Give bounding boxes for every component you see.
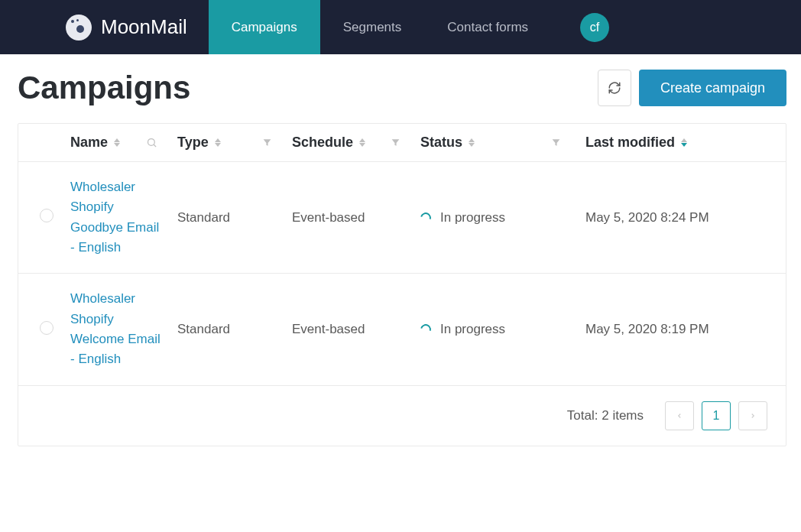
column-last-modified[interactable]: Last modified bbox=[575, 124, 786, 162]
cell-last-modified: May 5, 2020 8:19 PM bbox=[575, 274, 786, 385]
campaign-link[interactable]: Wholesaler Shopify Welcome Email - Engli… bbox=[70, 289, 162, 369]
cell-type: Standard bbox=[171, 162, 286, 274]
sort-schedule[interactable] bbox=[359, 138, 365, 147]
column-schedule-label: Schedule bbox=[292, 135, 353, 151]
pagination: 1 bbox=[665, 401, 767, 430]
avatar[interactable]: cf bbox=[580, 13, 609, 42]
search-icon[interactable] bbox=[146, 137, 157, 148]
spinner-icon bbox=[418, 210, 433, 225]
cell-status: In progress bbox=[414, 274, 575, 385]
sort-type[interactable] bbox=[215, 138, 221, 147]
status-text: In progress bbox=[440, 210, 505, 225]
column-type[interactable]: Type bbox=[171, 124, 286, 162]
total-count: Total: 2 items bbox=[567, 408, 644, 423]
spinner-icon bbox=[418, 323, 433, 337]
primary-nav: Campaigns Segments Contact forms bbox=[209, 0, 551, 54]
pager-next[interactable] bbox=[738, 401, 767, 430]
nav-segments[interactable]: Segments bbox=[320, 0, 425, 54]
column-schedule[interactable]: Schedule bbox=[286, 124, 414, 162]
table-footer: Total: 2 items 1 bbox=[18, 386, 786, 446]
campaigns-table: Name Type bbox=[18, 123, 786, 446]
column-status[interactable]: Status bbox=[414, 124, 575, 162]
refresh-icon bbox=[608, 81, 621, 95]
chevron-right-icon bbox=[749, 411, 757, 420]
status-text: In progress bbox=[440, 322, 505, 337]
row-checkbox[interactable] bbox=[40, 209, 54, 222]
cell-schedule: Event-based bbox=[286, 162, 414, 274]
row-checkbox[interactable] bbox=[40, 321, 54, 335]
column-select bbox=[18, 124, 64, 162]
column-name[interactable]: Name bbox=[64, 124, 171, 162]
column-name-label: Name bbox=[70, 135, 108, 151]
cell-schedule: Event-based bbox=[286, 274, 414, 385]
campaign-link[interactable]: Wholesaler Shopify Goodbye Email - Engli… bbox=[70, 177, 162, 258]
app-name: MoonMail bbox=[101, 15, 187, 39]
filter-icon[interactable] bbox=[262, 138, 272, 148]
logo-icon bbox=[66, 15, 92, 41]
column-last-modified-label: Last modified bbox=[585, 135, 675, 151]
svg-line-1 bbox=[154, 144, 156, 147]
table-row: Wholesaler Shopify Goodbye Email - Engli… bbox=[18, 162, 786, 274]
top-nav: MoonMail Campaigns Segments Contact form… bbox=[0, 0, 801, 54]
sort-status[interactable] bbox=[469, 138, 475, 147]
logo[interactable]: MoonMail bbox=[66, 15, 187, 41]
cell-status: In progress bbox=[414, 162, 575, 274]
page-title: Campaigns bbox=[18, 70, 190, 106]
sort-last-modified[interactable] bbox=[681, 138, 687, 147]
cell-last-modified: May 5, 2020 8:24 PM bbox=[575, 162, 786, 274]
pager-page-1[interactable]: 1 bbox=[702, 401, 731, 430]
nav-campaigns[interactable]: Campaigns bbox=[209, 0, 320, 54]
svg-point-0 bbox=[148, 139, 155, 146]
column-status-label: Status bbox=[420, 135, 462, 151]
create-campaign-button[interactable]: Create campaign bbox=[639, 70, 786, 106]
column-type-label: Type bbox=[177, 135, 209, 151]
chevron-left-icon bbox=[676, 411, 683, 420]
sort-name[interactable] bbox=[114, 138, 120, 147]
filter-icon[interactable] bbox=[551, 138, 561, 148]
nav-contact-forms[interactable]: Contact forms bbox=[424, 0, 551, 54]
refresh-button[interactable] bbox=[598, 70, 631, 106]
filter-icon[interactable] bbox=[391, 138, 400, 148]
pager-prev[interactable] bbox=[665, 401, 694, 430]
cell-type: Standard bbox=[171, 274, 286, 385]
table-row: Wholesaler Shopify Welcome Email - Engli… bbox=[18, 274, 786, 385]
